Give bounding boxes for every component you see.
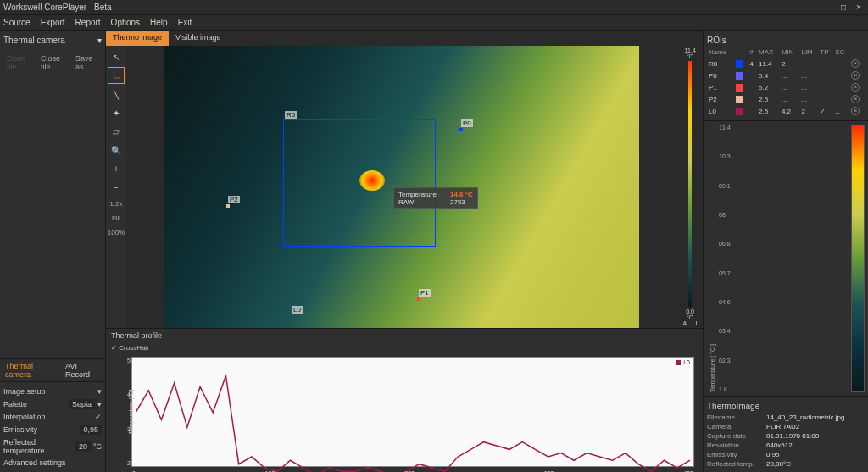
roi-point-p1[interactable] xyxy=(417,297,420,301)
thermal-profile-chart[interactable]: 5 4 3 2 Temperature [°C] L0 0 100 200 30… xyxy=(131,357,694,467)
delete-roi-icon[interactable]: × xyxy=(851,95,860,103)
menu-options[interactable]: Options xyxy=(111,18,140,27)
info-value: 640x512 xyxy=(766,441,793,449)
roi-row[interactable]: P05.4......× xyxy=(707,69,865,81)
crosshair-label: CrossHair xyxy=(119,344,149,352)
info-label: Emissivity xyxy=(707,451,766,458)
polygon-roi-icon[interactable]: ▱ xyxy=(108,124,124,139)
thermal-image[interactable]: R0 P0 P1 P2 L0 Temperature14.6 °C RAW275… xyxy=(164,46,639,328)
roi-line-l0[interactable] xyxy=(292,119,292,306)
chart-ylabel: Temperature [°C] xyxy=(128,390,134,435)
zoom-fill-button[interactable]: Fill xyxy=(112,213,120,224)
roi-point-p0[interactable] xyxy=(459,128,463,131)
thermal-viewport[interactable]: R0 P0 P1 P2 L0 Temperature14.6 °C RAW275… xyxy=(126,46,677,328)
menu-source[interactable]: Source xyxy=(3,18,31,27)
roi-row[interactable]: P22.5......× xyxy=(707,93,865,105)
roi-label-l0: L0 xyxy=(292,306,303,314)
info-label: Capture date xyxy=(707,432,766,440)
tab-thermo-image[interactable]: Thermo image xyxy=(106,31,169,46)
gradient-colorbar[interactable] xyxy=(851,125,865,392)
menu-export[interactable]: Export xyxy=(41,18,65,27)
thermo-info-header: ThermoImage xyxy=(707,400,865,413)
roi-row[interactable]: R0411.42× xyxy=(707,58,865,69)
gradient-ticks: 11.410.309.10806.805.704.603.402.31.8 xyxy=(715,125,851,392)
rois-panel-header: ROIs xyxy=(707,34,865,47)
advanced-settings-link[interactable]: Advanced settings xyxy=(3,458,66,467)
reflected-temp-input[interactable]: 20 xyxy=(75,441,91,452)
reflected-temp-label: Reflected temperature xyxy=(3,438,75,455)
interpolation-checkbox[interactable]: ✓ xyxy=(95,413,102,421)
zoom-in-icon[interactable]: + xyxy=(108,161,124,176)
tab-thermal-camera[interactable]: Thermal camera xyxy=(0,359,60,381)
hotspot-marker xyxy=(359,170,385,191)
rectangle-roi-icon[interactable]: ▭ xyxy=(108,68,124,83)
chevron-down-icon[interactable]: ▾ xyxy=(97,387,102,396)
mini-colorbar: 11.4°C 0.0°C A … I xyxy=(677,46,703,328)
minimize-icon[interactable]: — xyxy=(822,3,834,12)
info-label: Filename xyxy=(707,414,766,421)
save-as-button[interactable]: Save as xyxy=(72,53,102,73)
delete-roi-icon[interactable]: × xyxy=(851,107,860,115)
gradient-axis-label: Temperature [ °C ] xyxy=(707,125,715,392)
point-roi-icon[interactable]: ✦ xyxy=(108,105,124,120)
palette-label: Palette xyxy=(3,400,69,408)
delete-roi-icon[interactable]: × xyxy=(851,83,860,92)
crosshair-checkbox[interactable]: ✓ xyxy=(111,344,117,352)
line-roi-icon[interactable]: ╲ xyxy=(108,86,124,102)
roi-row[interactable]: L02.54.22✓...× xyxy=(707,105,865,117)
rois-table: Name # MAX MIN LIM TP SC R0411.42×P05.4.… xyxy=(707,47,865,117)
zoom-out-icon[interactable]: − xyxy=(108,180,124,195)
tab-avi-record[interactable]: AVI Record xyxy=(60,359,105,381)
zoom-level-label: 1.2x xyxy=(109,198,122,209)
roi-label-r0: R0 xyxy=(285,111,297,119)
pixel-tooltip: Temperature14.6 °C RAW2753 xyxy=(393,187,478,209)
chevron-down-icon[interactable]: ▾ xyxy=(97,36,102,45)
palette-select[interactable]: Sepia xyxy=(69,399,95,409)
open-file-button[interactable]: Open file xyxy=(3,53,36,73)
reflected-temp-unit: °C xyxy=(91,442,102,451)
delete-roi-icon[interactable]: × xyxy=(851,59,860,68)
pointer-tool-icon[interactable]: ↖ xyxy=(108,49,124,64)
close-icon[interactable]: × xyxy=(853,3,865,12)
close-file-button[interactable]: Close file xyxy=(37,53,70,73)
roi-label-p1: P1 xyxy=(419,289,431,297)
interpolation-label: Interpolation xyxy=(3,413,95,421)
tab-visible-image[interactable]: Visible image xyxy=(169,31,227,46)
emissivity-label: Emissivity xyxy=(3,425,80,434)
maximize-icon[interactable]: □ xyxy=(837,3,849,12)
info-value: 20,00°C xyxy=(766,460,791,468)
info-value: 01.01.1970 01:00 xyxy=(766,432,819,440)
roi-label-p2: P2 xyxy=(228,196,240,203)
info-value: 0,95 xyxy=(766,451,780,458)
info-value: FLIR TAU2 xyxy=(766,423,799,430)
delete-roi-icon[interactable]: × xyxy=(851,71,860,80)
info-value: 14_40_23_radiometric.jpg xyxy=(766,414,845,421)
roi-point-p2[interactable] xyxy=(226,204,230,208)
menu-help[interactable]: Help xyxy=(150,18,168,27)
thermal-profile-header: Thermal profile xyxy=(106,329,703,342)
roi-row[interactable]: P15.2......× xyxy=(707,81,865,93)
chart-line-l0 xyxy=(136,361,690,472)
info-label: Reflected temp. xyxy=(707,460,766,468)
info-label: Camera xyxy=(707,423,766,430)
zoom-tool-icon[interactable]: 🔍 xyxy=(108,142,124,158)
window-title: Workswell CorePlayer - Beta xyxy=(3,3,822,12)
roi-label-p0: P0 xyxy=(461,119,473,127)
zoom-100-button[interactable]: 100% xyxy=(108,227,125,238)
info-label: Resolution xyxy=(707,441,766,449)
image-setup-header: Image setup xyxy=(3,387,46,396)
camera-dropdown-label[interactable]: Thermal camera xyxy=(3,36,65,45)
chart-legend: L0 xyxy=(676,359,690,365)
menu-exit[interactable]: Exit xyxy=(178,18,192,27)
menu-report[interactable]: Report xyxy=(75,18,101,27)
emissivity-input[interactable]: 0,95 xyxy=(80,425,102,435)
chevron-down-icon[interactable]: ▾ xyxy=(95,400,102,408)
